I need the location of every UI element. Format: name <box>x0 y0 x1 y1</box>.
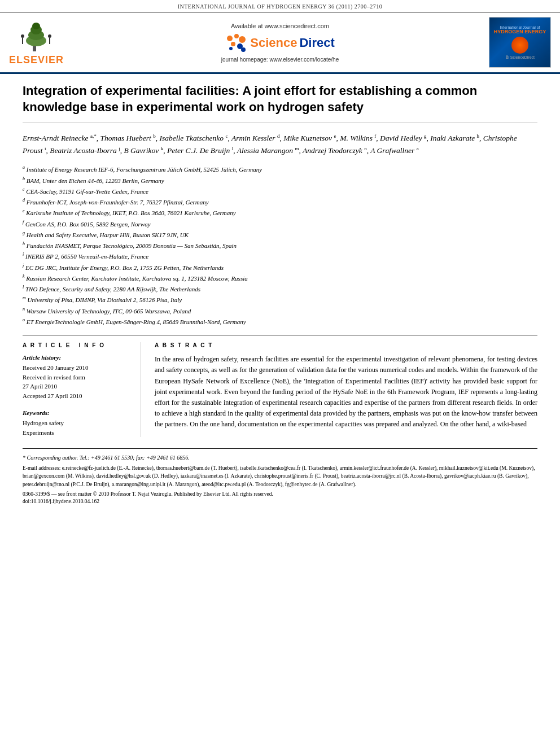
page-wrapper: INTERNATIONAL JOURNAL OF HYDROGEN ENERGY… <box>0 0 560 747</box>
section-divider <box>23 335 537 335</box>
elsevier-tree-icon <box>11 19 62 53</box>
journal-cover-section: International Journal of HYDROGEN ENERGY… <box>472 17 551 68</box>
elsevier-wordmark: ELSEVIER <box>9 54 64 66</box>
affiliation-m: m University of Pisa, DIMNP, Via Diotisa… <box>23 295 537 305</box>
cover-circle-icon <box>511 37 528 54</box>
elsevier-section: ELSEVIER <box>9 19 88 66</box>
article-info-heading: A R T I C L E I N F O <box>23 342 132 348</box>
elsevier-logo: ELSEVIER <box>9 19 64 66</box>
affiliation-l: l TNO Defence, Security and Safety, 2280… <box>23 284 537 294</box>
affiliation-g: g Health and Safety Executive, Harpur Hi… <box>23 230 537 240</box>
revised-label-text: Received in revised form <box>23 373 132 382</box>
footer-section: * Corresponding author. Tel.: +49 2461 6… <box>23 448 537 505</box>
doi-line: doi:10.1016/j.ijhydene.2010.04.162 <box>23 498 537 505</box>
sciencedirect-logo: ScienceDirect <box>88 32 472 54</box>
journal-header-text: INTERNATIONAL JOURNAL OF HYDROGEN ENERGY… <box>178 3 383 10</box>
journal-header: INTERNATIONAL JOURNAL OF HYDROGEN ENERGY… <box>0 0 560 12</box>
svg-point-7 <box>48 34 51 38</box>
keyword-2: Experiments <box>23 428 132 438</box>
corresponding-author-note: * Corresponding author. Tel.: +49 2461 6… <box>23 453 537 462</box>
affiliation-n: n Warsaw University of Technology, ITC, … <box>23 306 537 316</box>
abstract-text: In the area of hydrogen safety, research… <box>155 354 537 430</box>
journal-cover: International Journal of HYDROGEN ENERGY… <box>489 17 551 68</box>
affiliation-a: a Institute of Energy Research IEF-6, Fo… <box>23 164 537 174</box>
sciencedirect-section: Available at www.sciencedirect.com Scien… <box>88 23 472 63</box>
svg-point-11 <box>239 36 246 43</box>
affiliation-h: h Fundación INASMET, Parque Tecnológico,… <box>23 241 537 251</box>
svg-point-15 <box>241 47 246 52</box>
science-text: Science <box>250 36 297 50</box>
cover-elsevier-small: 🖹 ScienceDirect <box>505 55 535 59</box>
affiliation-j: j EC DG JRC, Institute for Energy, P.O. … <box>23 263 537 273</box>
affiliation-e: e Karlsruhe Institute of Technology, IKE… <box>23 208 537 218</box>
sciencedirect-dots-icon <box>225 32 248 54</box>
email-addresses: E-mail addresses: e.reinecke@fz-juelich.… <box>23 464 537 488</box>
revised-date-text: 27 April 2010 <box>23 382 132 391</box>
two-column-section: A R T I C L E I N F O Article history: R… <box>23 342 537 437</box>
svg-point-4 <box>32 23 40 29</box>
cover-title: HYDROGEN ENERGY <box>494 29 546 35</box>
affiliation-f: f GexCon AS, P.O. Box 6015, 5892 Bergen,… <box>23 219 537 229</box>
svg-point-14 <box>229 47 233 50</box>
banner: ELSEVIER Available at www.sciencedirect.… <box>0 12 560 74</box>
article-history-label: Article history: <box>23 354 132 361</box>
copyright-line1: 0360-3199/$ — see front matter © 2010 Pr… <box>23 491 537 498</box>
available-text: Available at www.sciencedirect.com <box>88 23 472 29</box>
affiliation-b: b BAM, Unter den Eichen 44-46, 12203 Ber… <box>23 176 537 186</box>
abstract-column: A B S T R A C T In the area of hydrogen … <box>155 342 537 437</box>
affiliation-i: i INERIS BP 2, 60550 Verneuil-en-Halatte… <box>23 251 537 261</box>
affiliation-c: c CEA-Saclay, 91191 Gif-sur-Yvette Cedex… <box>23 186 537 196</box>
received-text: Received 20 January 2010 <box>23 363 132 373</box>
accepted-text: Accepted 27 April 2010 <box>23 391 132 401</box>
keyword-1: Hydrogen safety <box>23 418 132 428</box>
abstract-heading: A B S T R A C T <box>155 342 537 348</box>
article-info-column: A R T I C L E I N F O Article history: R… <box>23 342 141 437</box>
svg-point-5 <box>21 34 24 38</box>
affiliations-list: a Institute of Energy Research IEF-6, Fo… <box>23 164 537 327</box>
svg-point-9 <box>227 36 233 41</box>
main-content: Integration of experimental facilities: … <box>0 74 560 514</box>
svg-point-12 <box>231 42 235 46</box>
affiliation-k: k Russian Research Center, Kurchatov Ins… <box>23 273 537 283</box>
homepage-text: journal homepage: www.elsevier.com/locat… <box>88 56 472 63</box>
keywords-label: Keywords: <box>23 409 132 416</box>
affiliation-o: o ET EnergieTechnologie GmbH, Eugen-Säng… <box>23 317 537 327</box>
article-title: Integration of experimental facilities: … <box>23 83 537 123</box>
direct-text: Direct <box>299 36 334 50</box>
svg-point-10 <box>234 34 239 38</box>
authors-list: Ernst-Arndt Reinecke a,*, Thomas Huebert… <box>23 132 537 156</box>
affiliation-d: d Fraunhofer-ICT, Joseph-von-Fraunhofer-… <box>23 197 537 207</box>
